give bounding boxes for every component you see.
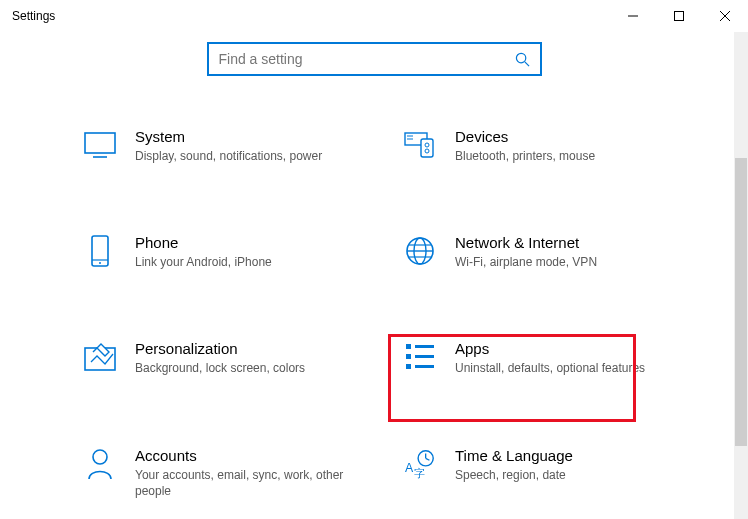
category-desc: Wi-Fi, airplane mode, VPN bbox=[455, 254, 665, 270]
category-system[interactable]: System Display, sound, notifications, po… bbox=[79, 124, 349, 168]
category-desc: Background, lock screen, colors bbox=[135, 360, 345, 376]
category-devices[interactable]: Devices Bluetooth, printers, mouse bbox=[399, 124, 669, 168]
category-text: Network & Internet Wi-Fi, airplane mode,… bbox=[455, 234, 665, 270]
svg-text:字: 字 bbox=[414, 467, 425, 479]
category-text: Accounts Your accounts, email, sync, wor… bbox=[135, 447, 345, 499]
close-button[interactable] bbox=[702, 0, 748, 32]
category-apps[interactable]: Apps Uninstall, defaults, optional featu… bbox=[399, 336, 669, 380]
category-title: Apps bbox=[455, 340, 665, 357]
network-icon bbox=[403, 234, 437, 268]
category-text: Devices Bluetooth, printers, mouse bbox=[455, 128, 665, 164]
category-personalization[interactable]: Personalization Background, lock screen,… bbox=[79, 336, 349, 380]
accounts-icon bbox=[83, 447, 117, 481]
svg-rect-27 bbox=[415, 345, 434, 348]
search-icon bbox=[515, 52, 530, 67]
time-language-icon: A字 bbox=[403, 447, 437, 481]
category-title: Accounts bbox=[135, 447, 345, 464]
svg-rect-28 bbox=[415, 355, 434, 358]
svg-point-4 bbox=[516, 53, 525, 62]
category-text: System Display, sound, notifications, po… bbox=[135, 128, 345, 164]
apps-icon bbox=[403, 340, 437, 374]
category-title: Network & Internet bbox=[455, 234, 665, 251]
category-desc: Link your Android, iPhone bbox=[135, 254, 345, 270]
category-text: Phone Link your Android, iPhone bbox=[135, 234, 345, 270]
phone-icon bbox=[83, 234, 117, 268]
minimize-icon bbox=[628, 11, 638, 21]
personalization-icon bbox=[83, 340, 117, 374]
system-icon bbox=[83, 128, 117, 162]
svg-rect-6 bbox=[85, 133, 115, 153]
scrollbar-track[interactable] bbox=[734, 32, 748, 519]
svg-line-5 bbox=[524, 61, 528, 65]
svg-rect-24 bbox=[406, 344, 411, 349]
titlebar: Settings bbox=[0, 0, 748, 32]
svg-rect-1 bbox=[675, 12, 684, 21]
category-title: Personalization bbox=[135, 340, 345, 357]
svg-text:A: A bbox=[405, 460, 414, 474]
categories-grid: System Display, sound, notifications, po… bbox=[0, 124, 748, 503]
svg-rect-14 bbox=[92, 236, 108, 266]
category-desc: Your accounts, email, sync, work, other … bbox=[135, 467, 345, 499]
category-time[interactable]: A字 Time & Language Speech, region, date bbox=[399, 443, 669, 503]
category-text: Apps Uninstall, defaults, optional featu… bbox=[455, 340, 665, 376]
category-phone[interactable]: Phone Link your Android, iPhone bbox=[79, 230, 349, 274]
category-desc: Display, sound, notifications, power bbox=[135, 148, 345, 164]
content-area: System Display, sound, notifications, po… bbox=[0, 32, 748, 503]
svg-point-16 bbox=[99, 262, 101, 264]
svg-rect-26 bbox=[406, 364, 411, 369]
devices-icon bbox=[403, 128, 437, 162]
category-network[interactable]: Network & Internet Wi-Fi, airplane mode,… bbox=[399, 230, 669, 274]
svg-rect-25 bbox=[406, 354, 411, 359]
category-text: Personalization Background, lock screen,… bbox=[135, 340, 345, 376]
category-title: System bbox=[135, 128, 345, 145]
svg-rect-11 bbox=[421, 139, 433, 157]
window-title: Settings bbox=[12, 9, 55, 23]
category-desc: Uninstall, defaults, optional features bbox=[455, 360, 665, 376]
search-box[interactable] bbox=[207, 42, 542, 76]
close-icon bbox=[720, 11, 730, 21]
svg-point-30 bbox=[93, 450, 107, 464]
search-input[interactable] bbox=[219, 51, 515, 67]
window-controls bbox=[610, 0, 748, 32]
scrollbar-thumb[interactable] bbox=[735, 158, 747, 446]
category-desc: Bluetooth, printers, mouse bbox=[455, 148, 665, 164]
maximize-icon bbox=[674, 11, 684, 21]
minimize-button[interactable] bbox=[610, 0, 656, 32]
search-container bbox=[0, 42, 748, 76]
category-accounts[interactable]: Accounts Your accounts, email, sync, wor… bbox=[79, 443, 349, 503]
category-desc: Speech, region, date bbox=[455, 467, 665, 483]
svg-rect-29 bbox=[415, 365, 434, 368]
category-title: Devices bbox=[455, 128, 665, 145]
category-title: Time & Language bbox=[455, 447, 665, 464]
category-title: Phone bbox=[135, 234, 345, 251]
svg-line-33 bbox=[426, 458, 430, 460]
maximize-button[interactable] bbox=[656, 0, 702, 32]
category-text: Time & Language Speech, region, date bbox=[455, 447, 665, 483]
